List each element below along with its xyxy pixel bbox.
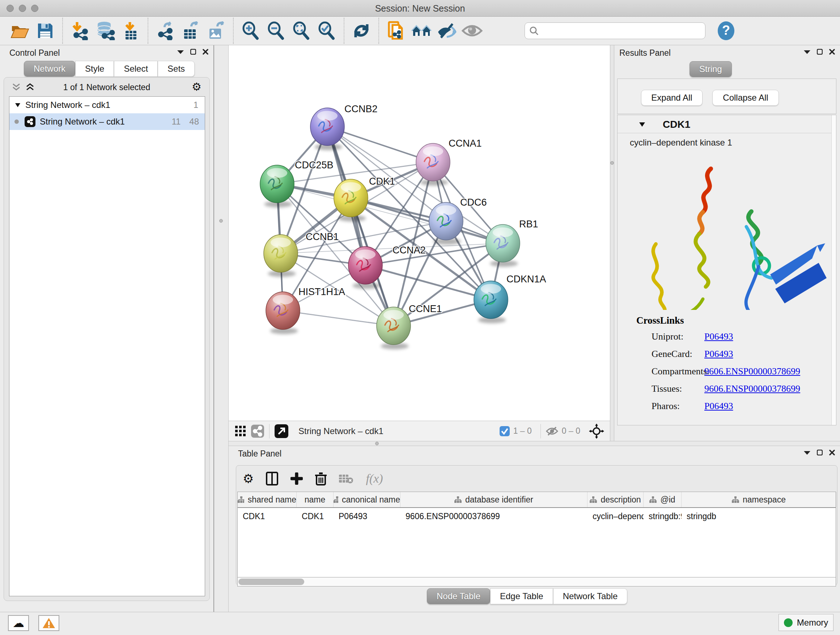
save-floppy-icon bbox=[36, 22, 54, 40]
column-header-shared-name[interactable]: shared name bbox=[238, 492, 297, 507]
show-hidden-button[interactable] bbox=[462, 20, 483, 41]
panel-float-icon[interactable] bbox=[817, 49, 823, 55]
column-header-description[interactable]: description bbox=[587, 492, 644, 507]
node-CDK1[interactable] bbox=[334, 179, 368, 222]
table-row[interactable]: CDK1CDK1P064939606.ENSP00000378699cyclin… bbox=[238, 508, 836, 524]
right-splitter[interactable] bbox=[610, 45, 614, 441]
hide-selected-button[interactable] bbox=[436, 20, 457, 41]
crosslink-value-link[interactable]: 9606.ENSP00000378699 bbox=[704, 383, 800, 394]
section-collapse-icon[interactable] bbox=[639, 122, 645, 127]
column-header-database-identifier[interactable]: database identifier bbox=[401, 492, 587, 507]
node-CCNB1[interactable] bbox=[264, 234, 298, 277]
tree-expand-icon[interactable] bbox=[15, 103, 20, 107]
node-CCNE1[interactable] bbox=[377, 307, 411, 349]
import-network-file-button[interactable] bbox=[69, 20, 90, 41]
table-cell[interactable]: 9606.ENSP00000378699 bbox=[401, 508, 587, 524]
tab-network[interactable]: Network bbox=[24, 61, 75, 77]
node-CDC25B[interactable] bbox=[260, 165, 294, 207]
clone-network-button[interactable] bbox=[386, 20, 407, 41]
table-cell[interactable]: stringdb bbox=[682, 508, 836, 524]
collapse-all-button[interactable]: Collapse All bbox=[712, 90, 779, 106]
apply-layout-button[interactable] bbox=[351, 20, 372, 41]
panel-collapse-icon[interactable] bbox=[804, 450, 810, 455]
search-input[interactable] bbox=[542, 26, 697, 35]
table-cell[interactable]: cyclin–dependent ... bbox=[587, 508, 644, 524]
panel-close-icon[interactable] bbox=[829, 49, 835, 55]
import-network-database-button[interactable] bbox=[95, 20, 116, 41]
network-options-gear-icon[interactable]: ⚙ bbox=[192, 80, 202, 93]
control-panel-tabs: NetworkStyleSelectSets bbox=[24, 61, 195, 77]
panel-float-icon[interactable] bbox=[190, 49, 196, 55]
zoom-fit-button[interactable] bbox=[291, 20, 312, 41]
panel-close-icon[interactable] bbox=[202, 49, 208, 55]
help-button[interactable]: ? bbox=[715, 20, 737, 41]
table-options-gear-icon[interactable]: ⚙ bbox=[243, 471, 254, 486]
table-cell[interactable]: stringdb:9... bbox=[644, 508, 682, 524]
zoom-selected-button[interactable] bbox=[316, 20, 337, 41]
node-CDC6[interactable] bbox=[429, 203, 463, 245]
selected-checkbox-icon[interactable] bbox=[500, 426, 510, 436]
node-CDKN1A[interactable] bbox=[474, 281, 508, 323]
delete-column-icon[interactable] bbox=[315, 472, 327, 486]
export-table-button[interactable] bbox=[180, 20, 201, 41]
node-CCNA2[interactable] bbox=[348, 247, 382, 289]
network-collection-row[interactable]: String Network – cdk1 1 bbox=[9, 97, 205, 113]
add-column-icon[interactable] bbox=[291, 472, 303, 485]
crosslink-value-link[interactable]: P06493 bbox=[704, 348, 733, 359]
node-CCNB2[interactable] bbox=[310, 108, 344, 150]
column-header--id[interactable]: @id bbox=[644, 492, 682, 507]
crosslink-value-link[interactable]: P06493 bbox=[704, 401, 733, 412]
column-header-label: @id bbox=[660, 495, 675, 505]
tab-sets[interactable]: Sets bbox=[158, 61, 195, 77]
panel-collapse-icon[interactable] bbox=[804, 50, 810, 54]
tab-style[interactable]: Style bbox=[75, 61, 114, 77]
export-network-button[interactable] bbox=[155, 20, 176, 41]
zoom-in-button[interactable] bbox=[240, 20, 261, 41]
horizontal-splitter[interactable] bbox=[229, 441, 840, 446]
panel-float-icon[interactable] bbox=[817, 450, 823, 455]
results-scrollbar[interactable] bbox=[831, 115, 836, 425]
column-header-canonical-name[interactable]: canonical name bbox=[333, 492, 401, 507]
navigator-crosshair-icon[interactable] bbox=[589, 424, 604, 439]
detach-view-icon[interactable] bbox=[275, 424, 288, 438]
memory-button[interactable]: Memory bbox=[778, 614, 834, 631]
table-cell[interactable]: P06493 bbox=[333, 508, 401, 524]
network-graph[interactable]: CCNB2CCNA1CDC25BCDK1CDC6RB1CCNB1CCNA2CDK… bbox=[229, 45, 610, 421]
crosslink-value-link[interactable]: 9606.ENSP00000378699 bbox=[704, 366, 800, 377]
column-visibility-icon[interactable] bbox=[266, 472, 278, 486]
home-button[interactable] bbox=[411, 20, 432, 41]
tab-edge-table[interactable]: Edge Table bbox=[490, 588, 553, 604]
search-field[interactable] bbox=[524, 22, 706, 39]
table-horizontal-scrollbar[interactable] bbox=[237, 577, 836, 586]
save-session-button[interactable] bbox=[35, 20, 56, 41]
scrollbar-thumb[interactable] bbox=[238, 578, 304, 585]
column-header-namespace[interactable]: namespace bbox=[682, 492, 836, 507]
warnings-button[interactable] bbox=[38, 615, 59, 631]
left-splitter[interactable] bbox=[213, 45, 229, 612]
network-row[interactable]: String Network – cdk1 11 48 bbox=[9, 113, 205, 130]
open-session-button[interactable] bbox=[9, 20, 30, 41]
hidden-counts: 0 – 0 bbox=[562, 426, 580, 436]
cloud-button[interactable]: ☁ bbox=[8, 615, 29, 631]
table-cell[interactable]: CDK1 bbox=[238, 508, 297, 524]
export-image-button[interactable] bbox=[205, 20, 226, 41]
import-table-button[interactable] bbox=[120, 20, 141, 41]
table-cell[interactable]: CDK1 bbox=[297, 508, 333, 524]
expand-all-button[interactable]: Expand All bbox=[641, 90, 703, 106]
crosslink-row: Tissues:9606.ENSP00000378699 bbox=[652, 383, 836, 394]
panel-collapse-icon[interactable] bbox=[177, 50, 184, 54]
grid-view-icon[interactable] bbox=[235, 426, 246, 437]
crosslink-value-link[interactable]: P06493 bbox=[704, 331, 733, 342]
panel-close-icon[interactable] bbox=[829, 450, 835, 455]
node-RB1[interactable] bbox=[486, 225, 520, 267]
tab-string[interactable]: String bbox=[690, 61, 732, 77]
node-table[interactable]: shared namenamecanonical namedatabase id… bbox=[237, 492, 836, 577]
tab-select[interactable]: Select bbox=[114, 61, 158, 77]
column-header-name[interactable]: name bbox=[297, 492, 333, 507]
network-view-toggle-icon[interactable] bbox=[251, 424, 264, 438]
node-HIST1H1A[interactable] bbox=[266, 292, 300, 334]
tab-node-table[interactable]: Node Table bbox=[427, 588, 490, 604]
zoom-out-button[interactable] bbox=[265, 20, 286, 41]
protein-section-header[interactable]: CDK1 bbox=[617, 115, 836, 133]
tab-network-table[interactable]: Network Table bbox=[553, 588, 628, 604]
